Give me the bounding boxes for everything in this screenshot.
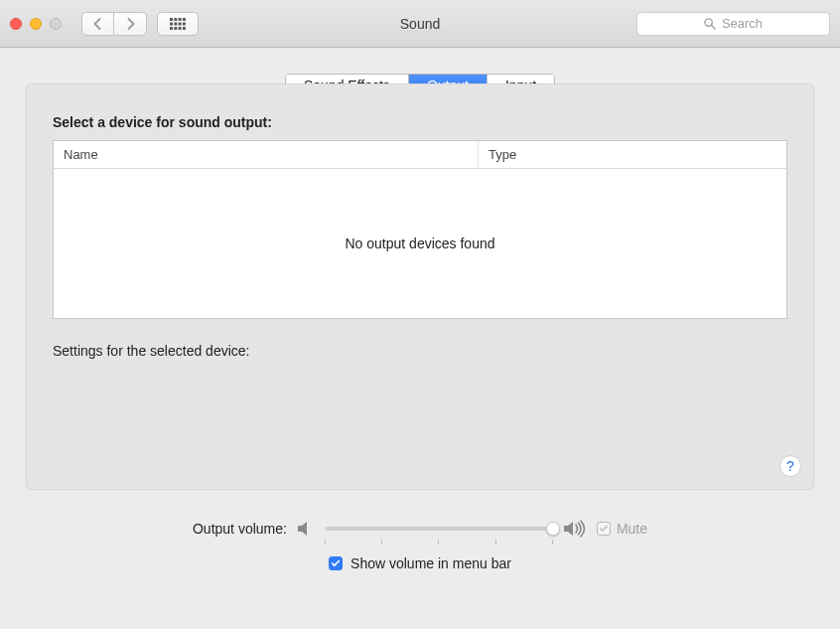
slider-thumb[interactable] bbox=[546, 522, 560, 536]
speaker-high-icon bbox=[563, 520, 587, 538]
search-icon bbox=[704, 18, 716, 30]
slider-ticks bbox=[325, 540, 553, 545]
mute-label: Mute bbox=[617, 521, 647, 537]
slider-track bbox=[325, 527, 553, 531]
svg-rect-5 bbox=[174, 22, 177, 25]
checkmark-icon bbox=[599, 524, 609, 534]
svg-rect-4 bbox=[170, 22, 173, 25]
nav-buttons bbox=[81, 12, 147, 36]
svg-rect-11 bbox=[183, 27, 186, 30]
zoom-window-button[interactable] bbox=[50, 18, 62, 30]
help-button[interactable]: ? bbox=[779, 455, 801, 477]
mute-control: Mute bbox=[597, 521, 647, 537]
output-volume-slider[interactable] bbox=[325, 518, 553, 540]
help-icon: ? bbox=[786, 458, 794, 474]
back-button[interactable] bbox=[81, 12, 114, 36]
speaker-low-icon bbox=[297, 521, 315, 537]
minimize-window-button[interactable] bbox=[30, 18, 42, 30]
chevron-left-icon bbox=[93, 18, 102, 30]
svg-rect-2 bbox=[179, 18, 182, 21]
svg-rect-9 bbox=[174, 27, 177, 30]
svg-rect-8 bbox=[170, 27, 173, 30]
show-volume-checkbox[interactable] bbox=[329, 556, 343, 570]
checkmark-icon bbox=[331, 558, 341, 568]
table-body: No output devices found bbox=[54, 169, 786, 318]
device-table[interactable]: Name Type No output devices found bbox=[53, 140, 787, 319]
svg-line-13 bbox=[711, 25, 715, 29]
chevron-right-icon bbox=[126, 18, 135, 30]
traffic-lights bbox=[10, 18, 62, 30]
mute-checkbox bbox=[597, 522, 611, 536]
settings-for-device-label: Settings for the selected device: bbox=[53, 343, 787, 359]
search-placeholder: Search bbox=[722, 16, 763, 31]
svg-rect-3 bbox=[183, 18, 186, 21]
show-volume-label: Show volume in menu bar bbox=[350, 555, 511, 571]
output-volume-label: Output volume: bbox=[193, 521, 287, 537]
empty-message: No output devices found bbox=[346, 236, 495, 251]
column-header-type[interactable]: Type bbox=[479, 147, 786, 162]
column-header-name[interactable]: Name bbox=[54, 141, 479, 168]
close-window-button[interactable] bbox=[10, 18, 22, 30]
output-volume-row: Output volume: Mute bbox=[26, 518, 814, 540]
titlebar: Sound Search bbox=[0, 0, 840, 48]
show-all-button[interactable] bbox=[157, 12, 199, 36]
select-device-label: Select a device for sound output: bbox=[53, 114, 787, 130]
svg-rect-10 bbox=[179, 27, 182, 30]
window-title: Sound bbox=[400, 16, 440, 32]
show-volume-row: Show volume in menu bar bbox=[26, 555, 814, 571]
grid-icon bbox=[170, 18, 186, 30]
content: Sound Effects Output Input Select a devi… bbox=[0, 48, 840, 583]
panel: Select a device for sound output: Name T… bbox=[26, 83, 814, 490]
svg-rect-7 bbox=[183, 22, 186, 25]
svg-rect-6 bbox=[179, 22, 182, 25]
search-input[interactable]: Search bbox=[636, 12, 830, 36]
table-headers: Name Type bbox=[54, 141, 786, 169]
panel-spacer bbox=[53, 359, 787, 473]
svg-rect-0 bbox=[170, 18, 173, 21]
svg-rect-1 bbox=[174, 18, 177, 21]
forward-button[interactable] bbox=[114, 12, 147, 36]
